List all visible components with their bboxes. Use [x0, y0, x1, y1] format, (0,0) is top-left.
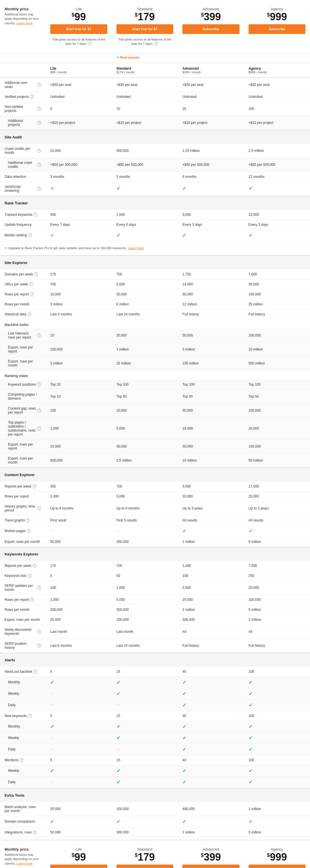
bottom-lite-cta-button[interactable]: Start trial for $7 — [50, 865, 107, 868]
table-row: Crawl credits per month?10,000500,0001.2… — [0, 144, 310, 158]
cell-col-2: 5,000 — [178, 585, 244, 591]
bottom-agency-price: $999 — [249, 852, 306, 862]
row-label: Historical data? — [0, 311, 46, 317]
bottom-learn-more-link[interactable]: Learn more — [16, 862, 32, 865]
cell-col-1: 50 — [112, 572, 178, 579]
check-icon: ✓ — [117, 768, 120, 773]
table-row: Rows per month200,000500,0002 million5 m… — [0, 605, 310, 615]
cell-col-2: ✓ — [178, 746, 244, 753]
row-label: Monthly — [0, 723, 46, 730]
cell-col-0: ✓ — [46, 767, 112, 775]
cell-col-3: ✓ — [244, 723, 310, 731]
check-icon: ✓ — [50, 680, 54, 685]
standard-cta-button[interactable]: Start trial for $7 — [117, 24, 174, 34]
cell-col-1: Up to 6 months — [112, 505, 178, 512]
bottom-agency-cta-button[interactable]: Subscribe — [249, 865, 306, 868]
bottom-advanced-cta-button[interactable]: Subscribe — [182, 865, 240, 868]
info-icon[interactable]: ? — [37, 149, 41, 153]
check-icon: ✓ — [249, 780, 252, 785]
cell-col-3: ✓ — [244, 231, 310, 239]
cell-col-1: 5,000 — [112, 493, 178, 499]
standard-trial-info-icon[interactable]: ? — [154, 42, 158, 46]
row-label: Rows per report? — [0, 596, 46, 603]
learn-more-link[interactable]: Learn more — [16, 22, 32, 25]
cell-col-1: ✓ — [112, 734, 178, 742]
cell-col-2: Up to 3 years — [178, 505, 244, 512]
cell-col-2: ✓ — [178, 185, 244, 192]
cell-col-2: ✓ — [178, 690, 244, 698]
agency-cta-button[interactable]: Subscribe — [249, 24, 306, 34]
info-icon[interactable]: ? — [37, 187, 41, 191]
cell-col-2: ✓ — [178, 701, 244, 709]
info-icon[interactable]: ? — [30, 598, 34, 602]
info-icon[interactable]: ? — [28, 233, 32, 237]
table-row: Integrations, rows?50,000300,0001 millio… — [0, 828, 310, 837]
bottom-standard-cta-button[interactable]: Start trial for $7 — [117, 865, 174, 868]
trial-info-icon[interactable]: ? — [88, 42, 92, 46]
info-icon[interactable]: ? — [34, 272, 38, 276]
row-label: Additional projects? — [0, 118, 46, 128]
info-icon[interactable]: ? — [33, 670, 37, 674]
table-row: Mobile ranking?✓✓✓✓ — [0, 230, 310, 241]
cell-col-2: 25 — [178, 105, 244, 112]
info-icon[interactable]: ? — [37, 163, 41, 167]
advanced-cta-button[interactable]: Subscribe — [182, 24, 240, 34]
row-label: Keyword positions? — [0, 381, 46, 388]
info-icon[interactable]: ? — [37, 83, 41, 87]
info-icon[interactable]: ? — [33, 830, 37, 834]
cell-col-3: 100 — [244, 105, 310, 112]
cell-col-3: ✓ — [244, 767, 310, 775]
info-icon[interactable]: ? — [20, 758, 24, 762]
info-icon[interactable]: ? — [37, 630, 41, 634]
row-label: SERP position history? — [0, 641, 46, 651]
table-row: History graphs, time period?Up to 6 mont… — [0, 501, 310, 516]
section-header: Alerts — [0, 653, 310, 667]
cell-col-3: ✓ — [244, 690, 310, 698]
info-icon[interactable]: ? — [29, 282, 33, 286]
check-icon: ✓ — [182, 233, 186, 238]
lite-cta-button[interactable]: Start trial for $7 — [50, 24, 107, 34]
info-icon[interactable]: ? — [28, 574, 32, 578]
cell-col-0: 1,000 — [46, 493, 112, 499]
info-icon[interactable]: ? — [37, 427, 41, 430]
cell-col-0: 350 — [46, 483, 112, 490]
cell-col-0: Top 20 — [46, 381, 112, 388]
info-icon[interactable]: ? — [37, 333, 41, 337]
check-icon: ✓ — [182, 186, 186, 191]
check-icon: ✓ — [249, 529, 252, 533]
info-icon[interactable]: ? — [30, 95, 34, 99]
cell-col-2: 1,400 — [178, 563, 244, 569]
cell-col-3: 50 million — [244, 457, 310, 464]
check-icon: ✓ — [249, 691, 252, 696]
info-icon[interactable]: ? — [37, 644, 41, 648]
cell-col-3: ✓ — [244, 746, 310, 753]
info-icon[interactable]: ? — [27, 312, 31, 316]
info-icon[interactable]: ? — [37, 121, 41, 125]
info-icon[interactable]: ? — [37, 107, 41, 111]
table-row: New/Lost backlink?51540100 — [0, 667, 310, 677]
cell-col-2: 1.25 million — [178, 148, 244, 154]
info-icon[interactable]: ? — [30, 292, 34, 296]
cell-col-2: 100 million — [178, 360, 244, 367]
info-icon[interactable]: ? — [28, 714, 32, 718]
info-icon[interactable]: ? — [37, 506, 41, 510]
check-icon: ✓ — [249, 680, 252, 685]
check-icon: ✓ — [50, 186, 54, 191]
check-icon: ✓ — [182, 736, 186, 740]
cell-col-1: 5,000 — [112, 425, 178, 432]
cell-col-0: Last month — [46, 628, 112, 635]
info-icon[interactable]: ? — [37, 408, 41, 412]
upgrade-learn-more-link[interactable]: Learn more — [128, 246, 144, 250]
info-icon[interactable]: ? — [27, 529, 31, 533]
row-label: Rows per report? — [0, 291, 46, 298]
info-icon[interactable]: ? — [37, 586, 41, 590]
cell-col-1: — — [112, 702, 178, 708]
cell-col-0: 3 months — [46, 174, 112, 180]
info-icon[interactable]: ? — [33, 213, 37, 217]
cell-col-0: 10,000 — [46, 148, 112, 154]
info-icon[interactable]: ? — [33, 564, 36, 568]
cell-col-1: +$30 per seat — [112, 82, 178, 88]
info-icon[interactable]: ? — [33, 485, 36, 488]
info-icon[interactable]: ? — [37, 382, 41, 386]
info-icon[interactable]: ? — [26, 518, 30, 522]
